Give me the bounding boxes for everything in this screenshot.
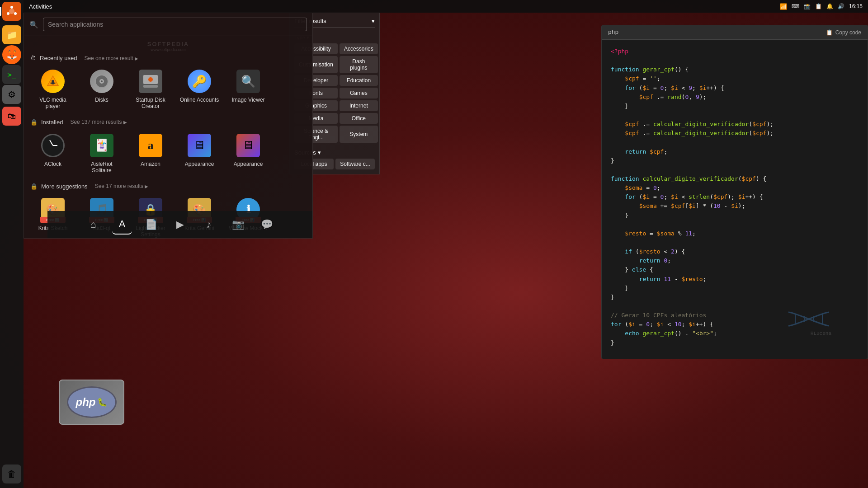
code-language-tag: php (608, 29, 618, 36)
more-suggestions-see-more[interactable]: See 17 more results ▶ (95, 183, 149, 189)
app-startup-disk-creator[interactable]: Startup Disk Creator (128, 66, 173, 113)
launcher-content: SOFTPEDIA www.softpedia.com ⏱ Recently u… (24, 36, 312, 238)
filter-office[interactable]: Office (340, 113, 378, 124)
filter-dash-plugins[interactable]: Dash plugins (340, 56, 378, 73)
svg-rect-7 (51, 83, 56, 84)
app-amazon[interactable]: a Amazon (128, 130, 173, 177)
bottom-dock-music[interactable]: ♪ (199, 215, 219, 235)
app-aisleriot[interactable]: 🃏 AisleRiot Solitaire (79, 130, 124, 177)
filter-accessories[interactable]: Accessories (340, 43, 378, 54)
recently-used-grid: VLC media player Disks (30, 66, 306, 113)
recently-used-header: ⏱ Recently used See one more result ▶ (30, 55, 306, 61)
filter-games[interactable]: Games (340, 88, 378, 99)
application-dock: 📁 🦊 >_ ⚙ 🛍 🗑 (0, 0, 24, 488)
recently-used-icon: ⏱ (30, 55, 36, 61)
bottom-dock-social[interactable]: 💬 (257, 215, 277, 235)
installed-grid: AClock 🃏 AisleRiot Solitaire a Amazon (30, 130, 306, 177)
softpedia-watermark: SOFTPEDIA www.softpedia.com (30, 41, 306, 52)
search-input[interactable] (43, 18, 307, 31)
code-viewer-header: php 📋 Copy code (602, 25, 868, 40)
dock-settings-icon[interactable]: ⚙ (2, 85, 21, 104)
installed-icon: 🔒 (30, 119, 38, 126)
svg-point-3 (14, 12, 17, 15)
svg-point-1 (9, 9, 14, 14)
recently-used-see-more[interactable]: See one more result ▶ (84, 55, 138, 61)
copy-icon: 📋 (826, 29, 833, 36)
screenshot-icon: 📸 (804, 3, 811, 9)
app-vlc[interactable]: VLC media player (30, 66, 75, 113)
dock-software-icon[interactable]: 🛍 (2, 107, 21, 126)
volume-icon: 🔊 (838, 3, 844, 9)
installed-see-more[interactable]: See 137 more results ▶ (70, 119, 127, 125)
activities-button[interactable]: Activities (29, 3, 52, 10)
svg-point-2 (10, 6, 13, 9)
bottom-dock-home[interactable]: ⌂ (83, 215, 103, 235)
notification-icon: 🔔 (826, 3, 833, 9)
app-launcher: 🔍 SOFTPEDIA www.softpedia.com ⏱ Recently… (24, 13, 313, 239)
dock-firefox-icon[interactable]: 🦊 (2, 45, 21, 64)
app-appearance-2[interactable]: 🖥 Appearance (226, 130, 271, 177)
bottom-dock-video[interactable]: ▶ (170, 215, 190, 235)
dock-terminal-icon[interactable]: >_ (2, 65, 21, 84)
launcher-search-bar: 🔍 (24, 13, 312, 36)
app-disks[interactable]: Disks (79, 66, 124, 113)
code-viewer: php 📋 Copy code <?php function gerar_cpf… (601, 25, 868, 359)
more-suggestions-icon: 🔒 (30, 183, 38, 190)
dock-trash-icon[interactable]: 🗑 (2, 465, 21, 483)
watermark: RLucena (786, 310, 831, 336)
keyboard-icon: ⌨ (792, 3, 799, 9)
top-panel-left: Activities (29, 3, 52, 10)
svg-point-10 (101, 80, 103, 82)
top-panel: Activities 📶 ⌨ 📸 📋 🔔 🔊 16:15 (24, 0, 868, 13)
top-panel-right: 📶 ⌨ 📸 📋 🔔 🔊 16:15 (780, 3, 863, 10)
php-logo-inner: php 🐛 (67, 386, 117, 418)
php-desktop-logo: php 🐛 (59, 380, 124, 425)
app-image-viewer[interactable]: 🔍 Image Viewer (226, 66, 271, 113)
recently-used-label: Recently used (40, 55, 77, 61)
app-aclock[interactable]: AClock (30, 130, 75, 177)
dock-ubuntu-icon[interactable] (2, 2, 21, 21)
dock-files-icon[interactable]: 📁 (2, 25, 21, 44)
more-suggestions-header: 🔒 More suggestions See 17 more results ▶ (30, 183, 306, 190)
svg-point-4 (7, 12, 9, 15)
launcher-bottom-dock: ⌂ A 📄 ▶ ♪ 📷 💬 (47, 211, 312, 238)
bottom-dock-photo[interactable]: 📷 (228, 215, 248, 235)
watermark-author: RLucena (786, 331, 831, 336)
code-body[interactable]: <?php function gerar_cpf() { $cpf = ''; … (602, 40, 868, 359)
search-icon: 🔍 (29, 20, 38, 29)
clipboard-icon: 📋 (815, 3, 822, 9)
filter-software-center[interactable]: Software c... (335, 159, 375, 169)
bottom-dock-files[interactable]: 📄 (141, 215, 161, 235)
installed-label: Installed (41, 119, 63, 126)
app-online-accounts[interactable]: 🔑 Online Accounts (177, 66, 222, 113)
filter-system[interactable]: System (340, 126, 378, 143)
bottom-dock-apps[interactable]: A (112, 215, 132, 235)
filter-internet[interactable]: Internet (340, 100, 378, 111)
copy-code-button[interactable]: 📋 Copy code (826, 29, 861, 36)
more-suggestions-label: More suggestions (41, 183, 88, 190)
installed-header: 🔒 Installed See 137 more results ▶ (30, 119, 306, 126)
network-icon: 📶 (780, 3, 787, 10)
watermark-dna (786, 310, 831, 331)
app-appearance-1[interactable]: 🖥 Appearance (177, 130, 222, 177)
php-logo-text: php (76, 396, 96, 408)
filter-dropdown-icon[interactable]: ▾ (372, 18, 375, 24)
filter-education[interactable]: Education (340, 75, 378, 86)
clock: 16:15 (849, 3, 863, 9)
